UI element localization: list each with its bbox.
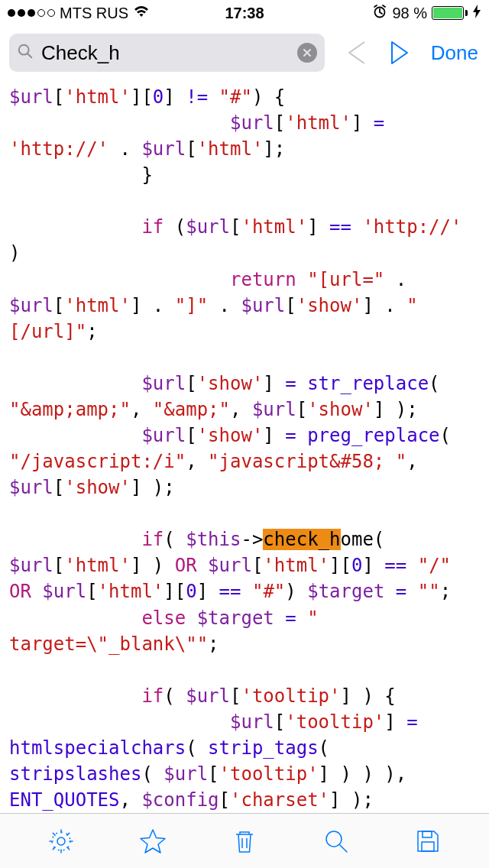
battery-percent-label: 98 %: [392, 5, 427, 22]
search-button[interactable]: [319, 824, 353, 858]
wifi-icon: [133, 5, 150, 21]
status-bar: MTS RUS 17:38 98 %: [0, 0, 489, 26]
signal-dots-icon: [8, 9, 55, 17]
clear-search-button[interactable]: [297, 43, 317, 63]
status-left: MTS RUS: [8, 5, 150, 22]
search-input[interactable]: [41, 41, 290, 65]
bottom-toolbar: [0, 813, 489, 868]
alarm-icon: [372, 4, 387, 23]
find-previous-button[interactable]: [341, 37, 373, 69]
status-right: 98 %: [372, 4, 481, 23]
svg-point-5: [326, 831, 342, 847]
search-highlight: check_h: [263, 529, 340, 550]
delete-button[interactable]: [228, 824, 261, 858]
star-icon: [138, 827, 167, 856]
favorite-button[interactable]: [136, 824, 170, 858]
done-button[interactable]: Done: [426, 41, 478, 65]
carrier-label: MTS RUS: [60, 5, 128, 22]
trash-icon: [230, 827, 259, 856]
code-editor[interactable]: $url['html'][0] != "#") { $url['html'] =…: [0, 79, 489, 813]
search-box[interactable]: [9, 34, 325, 72]
svg-line-2: [28, 53, 31, 57]
save-button[interactable]: [411, 824, 445, 858]
search-toolbar: Done: [0, 26, 489, 79]
floppy-icon: [413, 827, 442, 856]
search-icon: [322, 827, 351, 856]
clock-label: 17:38: [225, 5, 264, 22]
find-next-button[interactable]: [384, 37, 416, 69]
charging-icon: [472, 4, 481, 22]
gear-icon: [47, 827, 76, 856]
svg-rect-8: [422, 842, 434, 851]
settings-button[interactable]: [44, 824, 78, 858]
battery-icon: [432, 6, 468, 20]
svg-rect-7: [423, 831, 432, 837]
search-icon: [17, 43, 34, 63]
svg-line-6: [340, 845, 347, 852]
svg-point-3: [57, 837, 65, 845]
